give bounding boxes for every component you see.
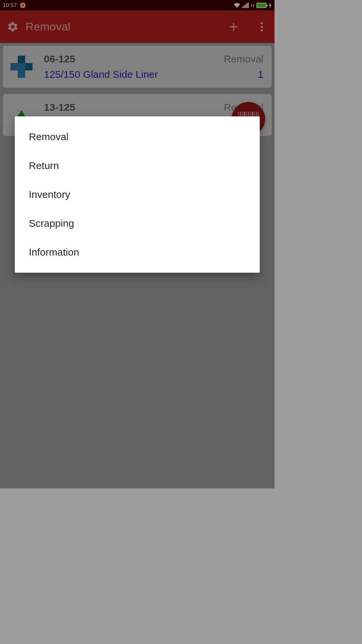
action-dialog: Removal Return Inventory Scrapping Infor… [15,116,260,273]
dialog-option-information[interactable]: Information [15,238,260,267]
dialog-option-inventory[interactable]: Inventory [15,180,260,209]
dialog-option-return[interactable]: Return [15,151,260,180]
dialog-option-removal[interactable]: Removal [15,122,260,151]
dialog-option-scrapping[interactable]: Scrapping [15,209,260,238]
